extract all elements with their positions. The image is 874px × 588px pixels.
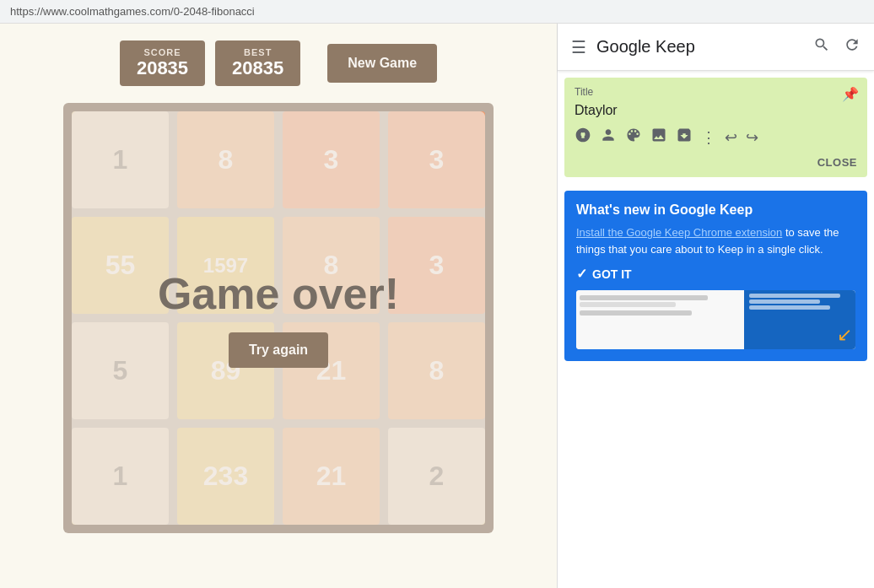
game-over-text: Game over! — [158, 268, 399, 319]
install-extension-link[interactable]: Install the Google Keep Chrome extension — [576, 226, 782, 239]
card-preview: ↙ — [576, 290, 855, 349]
arrow-decoration: ↙ — [837, 324, 852, 346]
keep-header: ☰ Google Keep — [558, 24, 874, 71]
whats-new-title: What's new in Google Keep — [576, 202, 855, 218]
check-icon: ✓ — [576, 266, 587, 282]
undo-icon[interactable]: ↩ — [725, 128, 737, 147]
game-over-overlay: Game over! Try again — [72, 111, 485, 525]
keep-panel: ☰ Google Keep Title 📌 Dtaylor — [557, 24, 874, 588]
got-it-row[interactable]: ✓ GOT IT — [576, 266, 855, 282]
emoji-icon[interactable] — [575, 127, 591, 148]
best-value: 20835 — [232, 57, 283, 79]
note-title[interactable]: Dtaylor — [575, 103, 857, 118]
whats-new-body: Install the Google Keep Chrome extension… — [576, 224, 855, 257]
url-text: https://www.coolmathgames.com/0-2048-fib… — [10, 5, 255, 18]
best-label: BEST — [232, 47, 283, 57]
new-game-button[interactable]: New Game — [327, 44, 437, 83]
redo-icon[interactable]: ↪ — [746, 128, 758, 147]
pin-icon[interactable]: 📌 — [842, 86, 859, 102]
palette-icon[interactable] — [625, 127, 642, 148]
keep-header-icons — [813, 36, 861, 57]
preview-left — [576, 290, 744, 349]
main-area: SCORE 20835 BEST 20835 New Game 1 8 3 3 … — [0, 24, 874, 588]
search-icon[interactable] — [813, 36, 830, 57]
score-value: 20835 — [137, 57, 188, 79]
card-preview-inner — [576, 290, 855, 349]
game-grid-wrapper: 1 8 3 3 55 1597 8 3 5 89 21 8 1 233 21 2… — [63, 103, 494, 533]
note-editor: Title 📌 Dtaylor ⋮ ↩ — [564, 78, 867, 177]
try-again-button[interactable]: Try again — [229, 332, 328, 368]
person-icon[interactable] — [600, 127, 617, 148]
note-actions: ⋮ ↩ ↪ — [575, 127, 857, 148]
game-header: SCORE 20835 BEST 20835 New Game — [25, 40, 531, 86]
address-bar: https://www.coolmathgames.com/0-2048-fib… — [0, 0, 874, 24]
refresh-icon[interactable] — [844, 36, 861, 57]
image-icon[interactable] — [650, 127, 667, 148]
whats-new-card: What's new in Google Keep Install the Go… — [564, 191, 867, 361]
best-box: BEST 20835 — [215, 40, 300, 86]
menu-icon[interactable]: ☰ — [571, 37, 586, 57]
archive-icon[interactable] — [676, 127, 693, 148]
score-box: SCORE 20835 — [120, 40, 205, 86]
note-title-label: Title — [575, 86, 857, 98]
score-label: SCORE — [137, 47, 188, 57]
keep-logo: Google Keep — [596, 37, 803, 57]
game-panel: SCORE 20835 BEST 20835 New Game 1 8 3 3 … — [0, 24, 557, 588]
close-button[interactable]: CLOSE — [575, 153, 857, 169]
got-it-label[interactable]: GOT IT — [592, 267, 632, 281]
more-icon[interactable]: ⋮ — [701, 128, 716, 147]
